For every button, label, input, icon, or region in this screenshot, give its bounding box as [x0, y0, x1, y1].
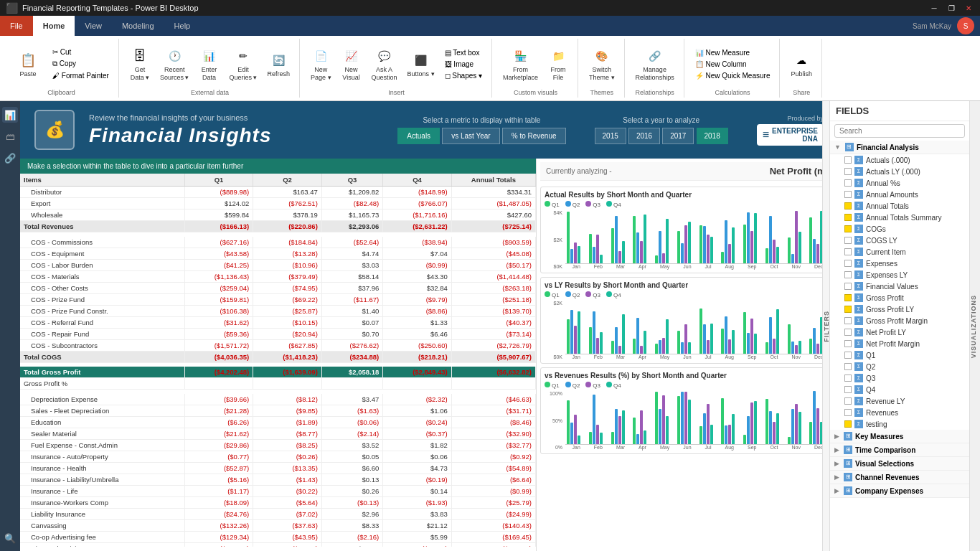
table-row[interactable]: COS - Prize Fund($159.81)($69.22)($11.67…: [20, 293, 536, 305]
metric-actuals-button[interactable]: Actuals: [397, 128, 440, 144]
table-row[interactable]: COS - Subcontractors($1,571.72)($627.85)…: [20, 339, 536, 351]
field-checkbox[interactable]: [844, 179, 852, 187]
table-row[interactable]: Wholesale$599.84$378.19$1,165.73($1,716.…: [20, 209, 536, 221]
table-row[interactable]: Total Revenues($166.13)($220.86)$2,293.0…: [20, 221, 536, 232]
field-item[interactable]: ΣNet Profit LY: [830, 326, 969, 338]
new-visual-button[interactable]: 📈 NewVisual: [338, 44, 365, 84]
table-row[interactable]: Insurance - Auto/Property($0.77)($0.26)$…: [20, 451, 536, 462]
field-group-header[interactable]: ▶⊞Key Measures: [830, 430, 969, 443]
table-row[interactable]: Total COGS($4,036.35)($1,418.23)($234.88…: [20, 351, 536, 362]
field-item[interactable]: ΣExpenses LY: [830, 269, 969, 281]
table-row[interactable]: COS - Other Costs($259.04)($74.95)$37.96…: [20, 282, 536, 293]
field-checkbox[interactable]: [844, 214, 852, 221]
get-data-button[interactable]: 🗄 GetData ▾: [126, 44, 154, 84]
table-row[interactable]: COS - Prize Fund Constr.($106.38)($25.87…: [20, 305, 536, 316]
publish-button[interactable]: ☁ Publish: [787, 48, 816, 80]
field-item[interactable]: ΣGross Profit LY: [830, 303, 969, 315]
textbox-button[interactable]: ▤ Text box: [441, 47, 486, 58]
field-item[interactable]: ΣAnnual Amounts: [830, 189, 969, 200]
table-row[interactable]: Insurance - Liability/Umbrella($5.16)($1…: [20, 474, 536, 485]
field-item[interactable]: ΣQ2: [830, 361, 969, 372]
field-group-header[interactable]: ▶⊞Visual Selections: [830, 457, 969, 471]
recent-sources-button[interactable]: 🕐 RecentSources ▾: [156, 44, 193, 84]
new-quick-measure-button[interactable]: ⚡ New Quick Measure: [692, 70, 774, 81]
table-row[interactable]: Export$124.02($762.51)($82.48)($766.07)(…: [20, 198, 536, 209]
ribbon-tab-modeling[interactable]: Modeling: [112, 16, 164, 36]
field-group-header[interactable]: ▶⊞Company Expenses: [830, 484, 969, 498]
field-checkbox[interactable]: [844, 260, 852, 267]
ask-question-button[interactable]: 💬 Ask AQuestion: [368, 44, 401, 84]
table-scroll[interactable]: Items Q1 Q2 Q3 Q4 Annual Totals Distribu…: [20, 174, 536, 547]
year-2015-button[interactable]: 2015: [595, 128, 626, 144]
table-row[interactable]: Liability Insurance($24.76)($7.02)$2.96$…: [20, 508, 536, 519]
table-row[interactable]: Sealer Material($21.62)($8.77)($2.14)($0…: [20, 428, 536, 439]
table-row[interactable]: Insurance - Life($1.17)($0.22)$0.26$0.14…: [20, 485, 536, 496]
edit-queries-button[interactable]: ✏ EditQueries ▾: [225, 44, 260, 84]
ribbon-tab-view[interactable]: View: [75, 16, 112, 36]
table-row[interactable]: COS - Commissions($627.16)($184.84)($52.…: [20, 237, 536, 248]
field-checkbox[interactable]: [844, 191, 852, 198]
field-item[interactable]: ΣAnnual %s: [830, 177, 969, 189]
year-2016-button[interactable]: 2016: [628, 128, 660, 144]
field-checkbox[interactable]: [844, 168, 852, 175]
table-row[interactable]: Insurance - Health($52.87)($13.35)$6.60$…: [20, 462, 536, 474]
table-row[interactable]: Depreciation Expense($39.66)($8.12)$3.47…: [20, 394, 536, 405]
table-row[interactable]: Co-op Advertising fee($129.34)($43.95)($…: [20, 531, 536, 542]
paste-button[interactable]: 📋 Paste: [10, 48, 46, 80]
table-row[interactable]: Total Gross Profit($4,202.48)($1,639.09)…: [20, 367, 536, 378]
field-item[interactable]: ΣActuals LY (.000): [830, 166, 969, 177]
switch-theme-button[interactable]: 🎨 SwitchTheme ▾: [585, 44, 618, 84]
field-item[interactable]: ΣGross Profit Margin: [830, 315, 969, 326]
table-row[interactable]: Direct Advertising Expense($363.51)($80.…: [20, 542, 536, 547]
ribbon-tab-file[interactable]: File: [0, 16, 33, 36]
field-group-header[interactable]: ▶⊞Time Comparison: [830, 443, 969, 457]
fields-search-input[interactable]: [834, 124, 965, 138]
field-item[interactable]: ΣRevenues: [830, 407, 969, 418]
field-item[interactable]: ΣQ4: [830, 384, 969, 395]
new-measure-button[interactable]: 📊 New Measure: [692, 47, 774, 58]
data-view-icon[interactable]: 🗃: [2, 128, 18, 144]
table-row[interactable]: Fuel Expense - Const.Admin($29.86)($8.25…: [20, 439, 536, 451]
year-2018-button[interactable]: 2018: [697, 128, 728, 144]
field-checkbox[interactable]: [844, 271, 852, 278]
table-row[interactable]: COS - Repair Fund($59.36)($20.94)$0.70$6…: [20, 328, 536, 339]
field-checkbox[interactable]: [844, 294, 852, 301]
metric-revenue-button[interactable]: % to Revenue: [502, 128, 566, 144]
minimize-button[interactable]: ─: [928, 2, 940, 14]
table-row[interactable]: Insurance-Workers Comp($18.09)($5.64)($0…: [20, 496, 536, 508]
table-row[interactable]: Gross Profit %: [20, 378, 536, 390]
model-view-icon[interactable]: 🔗: [2, 150, 18, 166]
field-item[interactable]: ΣRevenue LY: [830, 395, 969, 407]
analytics-icon[interactable]: 🔍: [2, 530, 18, 546]
table-row[interactable]: Distributor($889.98)$163.47$1,209.82($14…: [20, 187, 536, 198]
refresh-button[interactable]: 🔄 Refresh: [263, 48, 293, 80]
field-item[interactable]: ΣAnnual Totals Summary: [830, 212, 969, 223]
ribbon-tab-help[interactable]: Help: [164, 16, 201, 36]
cut-button[interactable]: ✂ Cut: [49, 47, 113, 57]
field-item[interactable]: ΣCOGS LY: [830, 235, 969, 246]
table-row[interactable]: Education($6.26)($1.89)($0.06)($0.24)($8…: [20, 416, 536, 428]
copy-button[interactable]: ⧉ Copy: [49, 58, 113, 70]
field-checkbox[interactable]: [844, 420, 852, 428]
new-page-button[interactable]: 📄 NewPage ▾: [307, 44, 335, 84]
field-checkbox[interactable]: [844, 248, 852, 255]
close-button[interactable]: ✕: [963, 2, 974, 14]
year-2017-button[interactable]: 2017: [662, 128, 694, 144]
field-item[interactable]: ΣCOGs: [830, 223, 969, 235]
table-row[interactable]: Sales - Fleet Depreciation($21.28)($9.85…: [20, 405, 536, 416]
manage-relationships-button[interactable]: 🔗 ManageRelationships: [632, 44, 678, 84]
table-row[interactable]: COS - Materials($1,136.43)($379.49)$58.1…: [20, 270, 536, 282]
visualizations-tab[interactable]: VISUALIZATIONS: [969, 101, 976, 551]
field-item[interactable]: Σtesting: [830, 418, 969, 430]
field-item[interactable]: ΣFinancial Values: [830, 281, 969, 292]
restore-button[interactable]: ❐: [946, 2, 957, 14]
field-checkbox[interactable]: [844, 306, 852, 313]
field-item[interactable]: ΣActuals (.000): [830, 154, 969, 166]
field-checkbox[interactable]: [844, 386, 852, 393]
metric-vsly-button[interactable]: vs Last Year: [442, 128, 499, 144]
field-item[interactable]: ΣExpenses: [830, 258, 969, 269]
new-column-button[interactable]: 📋 New Column: [692, 59, 774, 70]
field-item[interactable]: ΣQ1: [830, 349, 969, 361]
field-item[interactable]: ΣGross Profit: [830, 292, 969, 303]
field-item[interactable]: ΣQ3: [830, 372, 969, 384]
